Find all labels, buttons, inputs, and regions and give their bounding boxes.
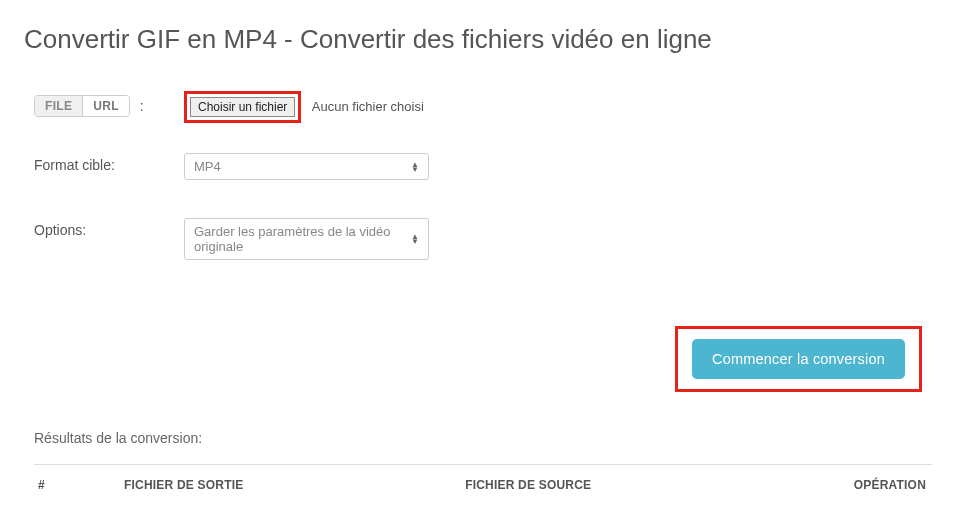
source-toggle-url[interactable]: URL xyxy=(82,96,129,116)
choose-file-button[interactable]: Choisir un fichier xyxy=(190,97,295,117)
start-conversion-highlight: Commencer la conversion xyxy=(675,326,922,392)
action-row: Commencer la conversion xyxy=(0,298,966,404)
file-chooser-status: Aucun fichier choisi xyxy=(312,99,424,114)
results-table: # FICHIER DE SORTIE FICHIER DE SOURCE OP… xyxy=(34,464,932,505)
chevron-updown-icon: ▲▼ xyxy=(411,162,419,172)
chevron-updown-icon: ▲▼ xyxy=(411,234,419,244)
options-label: Options: xyxy=(34,218,184,238)
options-row: Options: Garder les paramètres de la vid… xyxy=(34,218,932,260)
source-toggle: FILE URL xyxy=(34,95,130,117)
start-conversion-button[interactable]: Commencer la conversion xyxy=(692,339,905,379)
source-control: Choisir un fichier Aucun fichier choisi xyxy=(184,91,932,123)
source-toggle-file[interactable]: FILE xyxy=(35,96,82,116)
results-header-index: # xyxy=(34,478,124,492)
results-title: Résultats de la conversion: xyxy=(34,430,932,446)
results-section: Résultats de la conversion: # FICHIER DE… xyxy=(0,404,966,505)
target-format-select[interactable]: MP4 ▲▼ xyxy=(184,153,429,180)
options-value: Garder les paramètres de la vidéo origin… xyxy=(194,224,411,254)
source-colon: : xyxy=(140,98,144,114)
results-header-output: FICHIER DE SORTIE xyxy=(124,478,465,492)
target-format-value: MP4 xyxy=(194,159,221,174)
format-row: Format cible: MP4 ▲▼ xyxy=(34,153,932,180)
source-row: FILE URL : Choisir un fichier Aucun fich… xyxy=(34,91,932,123)
file-chooser-highlight: Choisir un fichier xyxy=(184,91,301,123)
page-title: Convertir GIF en MP4 - Convertir des fic… xyxy=(0,0,966,91)
options-select[interactable]: Garder les paramètres de la vidéo origin… xyxy=(184,218,429,260)
results-header-row: # FICHIER DE SORTIE FICHIER DE SOURCE OP… xyxy=(34,464,932,505)
results-header-operation: OPÉRATION xyxy=(782,478,932,492)
source-toggle-container: FILE URL : xyxy=(34,91,184,117)
results-header-source: FICHIER DE SOURCE xyxy=(465,478,782,492)
conversion-form: FILE URL : Choisir un fichier Aucun fich… xyxy=(0,91,966,260)
format-label: Format cible: xyxy=(34,153,184,173)
